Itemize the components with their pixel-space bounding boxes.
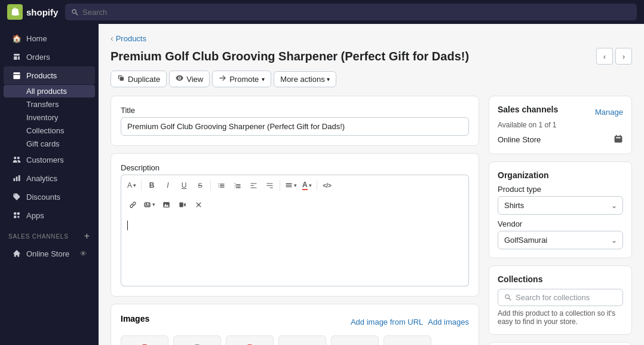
- bold-button[interactable]: B: [144, 178, 160, 193]
- sidebar-item-home[interactable]: 🏠 Home: [4, 29, 95, 47]
- image-thumb-3[interactable]: [226, 335, 274, 345]
- logo-text: shopify: [26, 7, 58, 17]
- text-color-button[interactable]: A ▾: [300, 179, 314, 191]
- collections-search[interactable]: [498, 289, 623, 306]
- promote-button[interactable]: Promote ▾: [212, 71, 271, 87]
- left-column: Title Description A ▾ B I: [111, 96, 479, 345]
- duplicate-icon: [117, 74, 125, 84]
- collections-search-input[interactable]: [516, 293, 617, 302]
- sidebar-sub-inventory[interactable]: Inventory: [4, 111, 95, 124]
- images-gallery: [121, 335, 469, 345]
- more-actions-chevron-icon: ▾: [327, 76, 330, 83]
- vendor-label: Vendor: [498, 219, 623, 228]
- sidebar-item-apps[interactable]: Apps: [4, 206, 95, 224]
- view-button[interactable]: View: [169, 71, 210, 87]
- font-label: A: [127, 181, 132, 190]
- channel-calendar-icon[interactable]: [614, 134, 623, 145]
- align-chevron-icon: ▾: [294, 182, 297, 188]
- sidebar-item-label: Products: [26, 71, 57, 80]
- image-thumb-4[interactable]: [278, 335, 326, 345]
- sidebar-item-analytics[interactable]: Analytics: [4, 169, 95, 187]
- apps-icon: [12, 210, 22, 220]
- separator4: [317, 180, 317, 191]
- collections-title: Collections: [498, 274, 623, 284]
- image-thumb-1[interactable]: [121, 335, 168, 345]
- manage-link[interactable]: Manage: [595, 108, 623, 117]
- sidebar-sub-gift-cards[interactable]: Gift cards: [4, 138, 95, 150]
- breadcrumb[interactable]: ‹ Products: [111, 33, 632, 43]
- clear-format-button[interactable]: [191, 197, 206, 212]
- more-actions-button[interactable]: More actions ▾: [274, 71, 336, 87]
- collections-hint: Add this product to a collection so it's…: [498, 309, 623, 326]
- sidebar-sub-transfers[interactable]: Transfers: [4, 98, 95, 111]
- search-input[interactable]: [82, 8, 631, 17]
- image-thumb-2[interactable]: [173, 335, 221, 345]
- sidebar-item-orders[interactable]: Orders: [4, 48, 95, 66]
- cursor-blink: [127, 221, 128, 230]
- sidebar-item-products[interactable]: Products: [4, 66, 95, 84]
- align-button[interactable]: ▾: [283, 181, 299, 191]
- sidebar-sub-label: Gift cards: [26, 139, 60, 148]
- content-grid: Title Description A ▾ B I: [111, 96, 632, 345]
- analytics-icon: [12, 173, 22, 183]
- channel-name: Online Store: [498, 135, 541, 144]
- font-chevron-icon: ▾: [133, 182, 136, 188]
- list-ol-button[interactable]: [229, 178, 245, 193]
- sidebar-item-label: Online Store: [26, 249, 69, 258]
- online-store-eye-icon[interactable]: 👁: [80, 250, 87, 257]
- sales-channel-row: Sales channels Manage: [498, 105, 623, 119]
- product-type-select[interactable]: Shirts: [498, 196, 623, 215]
- sidebar: 🏠 Home Orders Products All products Tran…: [0, 24, 99, 345]
- image-thumb-6[interactable]: [384, 335, 431, 345]
- add-sales-channel-btn[interactable]: +: [84, 231, 90, 242]
- search-bar[interactable]: [65, 4, 637, 20]
- main-content: ‹ Products Premium Golf Club Grooving Sh…: [99, 24, 644, 345]
- indent-more-button[interactable]: [262, 178, 277, 193]
- link-button[interactable]: [125, 197, 140, 212]
- list-ul-button[interactable]: [213, 178, 229, 193]
- sidebar-sub-all-products[interactable]: All products: [4, 85, 95, 97]
- add-image-url-link[interactable]: Add image from URL: [351, 317, 423, 326]
- indent-less-button[interactable]: [246, 178, 261, 193]
- orders-icon: [12, 52, 22, 62]
- page-header: Premium Golf Club Grooving Sharpener (Pe…: [111, 48, 632, 65]
- text-color-label: A: [302, 181, 308, 190]
- description-editor[interactable]: [121, 215, 469, 286]
- html-view-button[interactable]: </>: [320, 178, 335, 193]
- images-title: Images: [121, 314, 149, 323]
- table-button[interactable]: ▾: [141, 200, 158, 210]
- sidebar-item-discounts[interactable]: Discounts: [4, 188, 95, 206]
- video-button[interactable]: [174, 197, 190, 212]
- sidebar-item-label: Home: [26, 34, 47, 43]
- breadcrumb-parent[interactable]: Products: [116, 34, 146, 43]
- product-type-label: Product type: [498, 185, 623, 194]
- sidebar-sub-label: All products: [26, 87, 67, 96]
- sidebar-item-label: Customers: [26, 155, 64, 164]
- sidebar-sub-label: Inventory: [26, 113, 58, 122]
- sales-channels-card: Sales channels Manage Available on 1 of …: [489, 96, 632, 154]
- vendor-select[interactable]: GolfSamurai: [498, 231, 623, 249]
- right-sidebar: Sales channels Manage Available on 1 of …: [489, 96, 632, 345]
- topbar: shopify: [0, 0, 644, 24]
- add-images-link[interactable]: Add images: [428, 317, 469, 326]
- sidebar-item-customers[interactable]: Customers: [4, 151, 95, 169]
- editor-toolbar-row1: A ▾ B I U S: [121, 175, 469, 196]
- strikethrough-button[interactable]: S: [192, 178, 208, 193]
- images-card: Images Add image from URL Add images: [111, 304, 479, 345]
- sidebar-sub-collections[interactable]: Collections: [4, 124, 95, 137]
- products-icon: [12, 71, 22, 80]
- promote-icon: [219, 74, 226, 84]
- image-thumb-5[interactable]: [331, 335, 379, 345]
- underline-button[interactable]: U: [176, 178, 192, 193]
- font-dropdown-button[interactable]: A ▾: [125, 180, 139, 191]
- text-color-chevron-icon: ▾: [309, 182, 312, 188]
- image-button[interactable]: [158, 197, 174, 212]
- table-chevron-icon: ▾: [152, 201, 155, 207]
- duplicate-button[interactable]: Duplicate: [111, 71, 167, 87]
- images-header: Images Add image from URL Add images: [121, 314, 469, 329]
- prev-arrow-button[interactable]: ‹: [596, 48, 613, 65]
- italic-button[interactable]: I: [160, 178, 176, 193]
- next-arrow-button[interactable]: ›: [615, 48, 632, 65]
- title-input[interactable]: [121, 117, 469, 136]
- sidebar-item-online-store[interactable]: Online Store 👁: [4, 245, 95, 262]
